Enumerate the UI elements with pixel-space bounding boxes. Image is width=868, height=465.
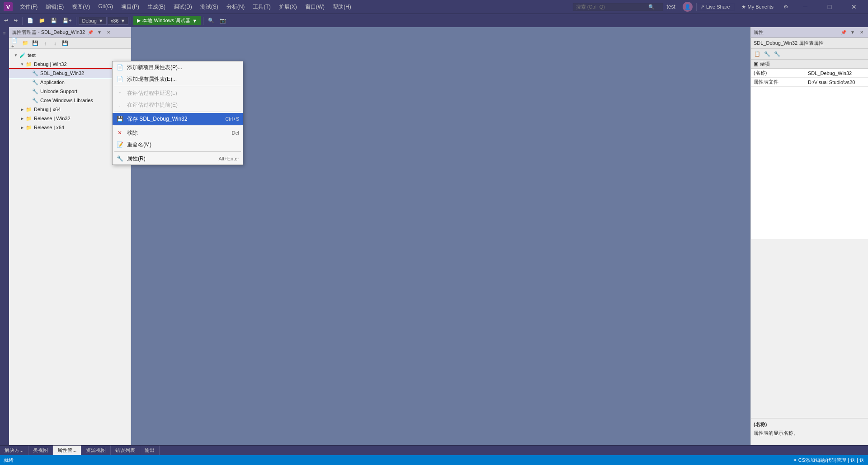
add-new-icon: 📄	[116, 64, 123, 71]
find-button[interactable]: 🔍	[206, 16, 217, 25]
tab-error-list[interactable]: 错误列表	[111, 446, 140, 455]
search-icon: 🔍	[648, 4, 655, 10]
ctx-remove-label: 移除	[127, 129, 228, 137]
status-bar: 就绪 ✦ CS添加知题/代码管理 | 送 | 送	[0, 455, 868, 465]
menu-debug[interactable]: 调试(D)	[170, 2, 196, 12]
prop-close-button[interactable]: ✕	[858, 29, 865, 36]
prop-row-name[interactable]: (名称) SDL_Debug_Win32	[751, 69, 868, 78]
live-share-button[interactable]: ↗ Live Share	[696, 3, 734, 11]
menu-tools[interactable]: 工具(T)	[249, 2, 274, 12]
panel-close-button[interactable]: ✕	[105, 29, 112, 36]
tree-label-release-x64: Release | x64	[34, 125, 64, 130]
prop-section-label: 杂项	[760, 61, 770, 67]
tab-solution-explorer[interactable]: 解决方...	[0, 446, 28, 455]
move-up-icon: ↑	[116, 89, 123, 97]
folder-icon-release-win32: 📁	[25, 115, 33, 122]
tab-resource-view[interactable]: 资源视图	[81, 446, 111, 455]
tree-arrow-unicode	[25, 88, 32, 94]
build-config-dropdown[interactable]: Debug ▼	[79, 17, 106, 25]
tab-class-view[interactable]: 类视图	[28, 446, 53, 455]
menu-git[interactable]: Git(G)	[94, 2, 117, 12]
user-avatar[interactable]: 👤	[683, 2, 693, 12]
move-down-icon: ↓	[116, 101, 123, 108]
save-prop-button[interactable]: 💾	[31, 39, 40, 48]
properties-panel: 属性 📌 ▼ ✕ SDL_Debug_Win32 属性表属性 📋 🔧 🔧 ▣ 杂…	[750, 27, 868, 445]
open-button[interactable]: 📁	[37, 16, 47, 25]
add-existing-icon: 📄	[116, 75, 123, 83]
ctx-add-new[interactable]: 📄 添加新项目属性表(P)...	[113, 61, 243, 73]
panel-dropdown-button[interactable]: ▼	[96, 29, 103, 36]
search-input[interactable]	[576, 4, 648, 9]
prop-pin-button[interactable]: 📌	[840, 29, 847, 36]
save-button[interactable]: 💾	[48, 16, 59, 25]
menu-test[interactable]: 测试(S)	[197, 2, 222, 12]
tree-label-debug-win32: Debug | Win32	[34, 61, 67, 67]
minimize-button[interactable]: ─	[795, 0, 816, 14]
menu-window[interactable]: 窗口(W)	[302, 2, 328, 12]
tree-arrow-release-x64: ▶	[19, 124, 25, 131]
new-prop-sheet-button[interactable]: 📄+	[11, 39, 20, 48]
ctx-remove[interactable]: ✕ 移除 Del	[113, 127, 243, 139]
new-file-button[interactable]: 📄	[25, 16, 36, 25]
panel-pin-button[interactable]: 📌	[87, 29, 94, 36]
move-up-button[interactable]: ↑	[41, 39, 50, 48]
ctx-move-up-label: 在评估过程中延迟(L)	[127, 89, 239, 97]
menu-help[interactable]: 帮助(H)	[329, 2, 355, 12]
project-name: test	[667, 4, 675, 10]
menu-project[interactable]: 项目(P)	[118, 2, 143, 12]
tree-arrow-app	[25, 79, 32, 85]
benefits-icon: ★	[741, 4, 746, 10]
close-button[interactable]: ✕	[844, 0, 864, 14]
my-benefits-button[interactable]: ★ My Benefits	[738, 3, 777, 11]
vs-logo: V	[4, 2, 13, 11]
move-down-button[interactable]: ↓	[51, 39, 60, 48]
ctx-move-down-label: 在评估过程中提前(E)	[127, 101, 239, 109]
screenshot-button[interactable]: 📷	[217, 16, 228, 25]
run-icon: ▶	[137, 18, 141, 23]
prop-dropdown-button[interactable]: ▼	[849, 29, 856, 36]
menu-edit[interactable]: 编辑(E)	[42, 2, 67, 12]
context-menu: 📄 添加新项目属性表(P)... 📄 添加现有属性表(E)... ↑ 在评估过程…	[112, 61, 243, 165]
ctx-sep-3	[114, 126, 241, 126]
menu-extensions[interactable]: 扩展(X)	[275, 2, 301, 12]
ctx-rename[interactable]: 📝 重命名(M)	[113, 139, 243, 150]
prop-sort-button[interactable]: 🔧	[773, 50, 782, 59]
undo-button[interactable]: ↩	[2, 16, 10, 25]
main-toolbar: ↩ ↪ 📄 📁 💾 💾+ Debug ▼ x86 ▼ ▶ 本地 Windows …	[0, 14, 868, 27]
prop-section-misc: ▣ 杂项	[751, 60, 868, 69]
run-label: 本地 Windows 调试器	[142, 17, 190, 24]
prop-toolbar: 📋 🔧 🔧	[751, 49, 868, 60]
menu-view[interactable]: 视图(V)	[68, 2, 94, 12]
bottom-tab-bar: 解决方... 类视图 属性管... 资源视图 错误列表 输出	[0, 445, 868, 455]
maximize-button[interactable]: □	[819, 0, 840, 14]
prop-subtitle: SDL_Debug_Win32 属性表属性	[751, 38, 868, 49]
menu-build[interactable]: 生成(B)	[144, 2, 169, 12]
menu-analyze[interactable]: 分析(N)	[223, 2, 249, 12]
run-button[interactable]: ▶ 本地 Windows 调试器 ▼	[133, 16, 201, 25]
search-box[interactable]: 🔍	[573, 3, 663, 11]
settings-icon[interactable]: ⚙	[781, 4, 791, 10]
save-all-button[interactable]: 💾+	[60, 16, 74, 25]
tree-label-sdl: SDL_Debug_Win32	[40, 70, 84, 76]
ctx-properties[interactable]: 🔧 属性(R) Alt+Enter	[113, 153, 243, 164]
ctx-sep-4	[114, 151, 241, 152]
section-collapse-icon: ▣	[754, 61, 758, 67]
sidebar-icon-1[interactable]: ≡	[0, 29, 9, 37]
prop-row-file[interactable]: 属性表文件 D:\Visual Studio\vs20	[751, 78, 868, 87]
prop-desc-text: 属性表的显示名称。	[754, 430, 865, 437]
platform-dropdown[interactable]: x86 ▼	[108, 17, 129, 25]
save-all-prop-button[interactable]: 💾	[61, 39, 70, 48]
ctx-add-existing[interactable]: 📄 添加现有属性表(E)...	[113, 73, 243, 85]
title-bar: V 文件(F) 编辑(E) 视图(V) Git(G) 项目(P) 生成(B) 调…	[0, 0, 868, 14]
redo-button[interactable]: ↪	[11, 16, 20, 25]
prop-category-button[interactable]: 🔧	[763, 50, 772, 59]
prop-grid-view-button[interactable]: 📋	[753, 50, 762, 59]
tree-root-test[interactable]: ▼ 🧪 test	[9, 51, 131, 60]
add-existing-button[interactable]: 📁	[21, 39, 30, 48]
tab-output[interactable]: 输出	[140, 446, 160, 455]
tree-arrow-debug: ▼	[19, 61, 25, 67]
menu-file[interactable]: 文件(F)	[16, 2, 41, 12]
ctx-save[interactable]: 💾 保存 SDL_Debug_Win32 Ctrl+S	[113, 113, 243, 125]
tab-property-manager[interactable]: 属性管...	[53, 446, 81, 455]
folder-icon-debug: 📁	[25, 61, 33, 68]
